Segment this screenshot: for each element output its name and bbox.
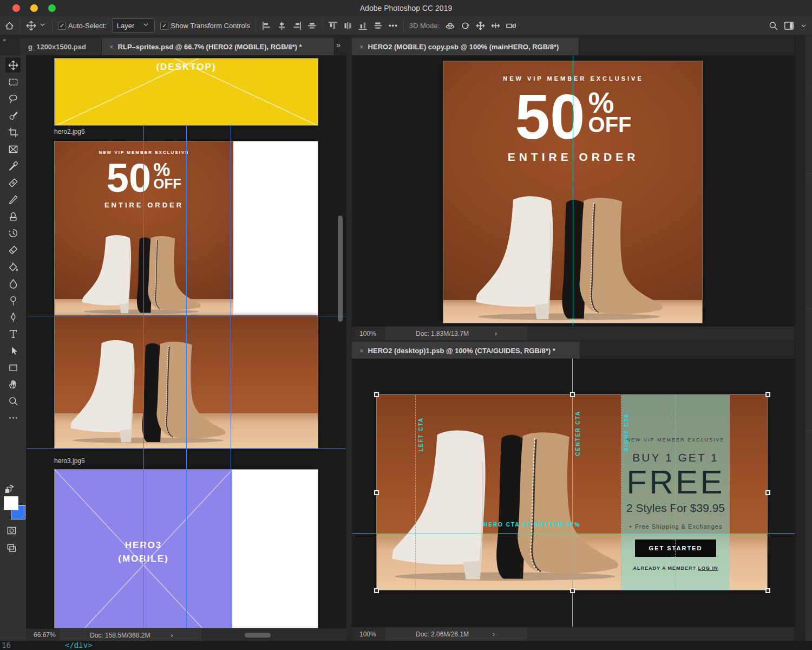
- left-document-canvas[interactable]: (DESKTOP) hero2.jpg6 NEW VIP MEMBER EXCL…: [26, 55, 346, 628]
- hand-tool[interactable]: [5, 376, 21, 392]
- quick-mask-icon[interactable]: [6, 525, 19, 538]
- move-icon: [26, 21, 36, 31]
- 3d-orbit-icon[interactable]: [445, 21, 455, 31]
- status-arrow-icon[interactable]: ›: [495, 330, 497, 337]
- blur-tool[interactable]: [5, 276, 21, 291]
- 3d-mode-icons-group: [445, 21, 516, 31]
- quick-selection-tool[interactable]: [5, 108, 21, 123]
- move-tool-preset[interactable]: [26, 21, 47, 31]
- align-left-edges-icon[interactable]: [261, 21, 272, 31]
- transform-handle-bottom-center[interactable]: [570, 588, 575, 593]
- auto-select-label: Auto-Select:: [68, 22, 107, 30]
- rectangle-tool[interactable]: [5, 360, 21, 375]
- zoom-level-field[interactable]: 100%: [359, 330, 376, 337]
- close-icon[interactable]: ×: [359, 43, 364, 51]
- auto-select-dropdown[interactable]: Layer: [112, 18, 155, 32]
- distribute-vertical-centers-icon[interactable]: [373, 21, 383, 31]
- guide-vertical-center: [573, 55, 573, 326]
- cta-eyebrow: NEW VIP MEMBER EXCLUSIVE: [627, 437, 725, 443]
- lasso-tool[interactable]: [5, 91, 21, 106]
- 3d-slide-icon[interactable]: [490, 21, 501, 31]
- paint-bucket-tool[interactable]: [5, 259, 21, 274]
- sprite-white-area: [233, 141, 318, 316]
- top-right-document-canvas[interactable]: NEW VIP MEMBER EXCLUSIVE 50 % OFF ENTIRE…: [352, 55, 795, 326]
- transform-handle-bottom-left[interactable]: [374, 588, 379, 593]
- edit-toolbar-tool[interactable]: [5, 410, 21, 425]
- sprite-label-hero2: hero2.jpg6: [54, 128, 85, 135]
- show-transform-checkbox[interactable]: ✓ Show Transform Controls: [160, 22, 250, 30]
- document-tab-strip: » g_1200x1500.psd × RLP–sprites.psd @ 66…: [0, 35, 812, 56]
- pen-tool[interactable]: [5, 309, 21, 324]
- transform-handle-top-right[interactable]: [765, 392, 770, 397]
- foreground-color-swatch[interactable]: [4, 496, 18, 510]
- home-icon[interactable]: [4, 21, 15, 31]
- tab-overflow-left[interactable]: »: [3, 36, 6, 43]
- transform-handle-top-center[interactable]: [570, 392, 575, 397]
- close-icon[interactable]: ×: [359, 347, 364, 355]
- more-options-button[interactable]: •••: [389, 22, 398, 30]
- pane-divider[interactable]: [346, 35, 352, 641]
- screen-mode-icon[interactable]: [6, 543, 19, 556]
- search-icon[interactable]: [768, 21, 778, 31]
- frame-tool[interactable]: [5, 141, 21, 157]
- spot-healing-brush-tool[interactable]: [5, 175, 21, 190]
- collapsed-panel-dock[interactable]: [806, 35, 812, 641]
- close-icon[interactable]: ×: [109, 43, 114, 51]
- tab-label: HERO2 (MOBILE) copy.psb @ 100% (mainHERO…: [368, 43, 559, 51]
- 3d-dolly-icon[interactable]: [506, 21, 516, 31]
- tab-label: RLP–sprites.psd @ 66.7% (HERO2 (MOBILE),…: [118, 43, 302, 51]
- clone-stamp-tool[interactable]: [5, 209, 21, 224]
- checkbox-checked-icon: ✓: [160, 22, 168, 30]
- transform-handle-bottom-right[interactable]: [765, 588, 770, 593]
- history-brush-tool[interactable]: [5, 225, 21, 240]
- tab-doc1[interactable]: g_1200x1500.psd: [21, 38, 102, 55]
- brush-tool[interactable]: [5, 192, 21, 207]
- chevron-down-icon[interactable]: [800, 22, 808, 30]
- ad-percent: %: [588, 90, 614, 115]
- move-tool[interactable]: [5, 57, 21, 73]
- 3d-mode-label: 3D Mode:: [409, 22, 440, 30]
- align-right-edges-icon[interactable]: [292, 21, 302, 31]
- transform-handle-mid-right[interactable]: [765, 490, 770, 495]
- hero2-desktop-placeholder[interactable]: (DESKTOP): [54, 58, 318, 126]
- tab-overflow-right[interactable]: »: [336, 40, 340, 49]
- tab-doc2-active[interactable]: × RLP–sprites.psd @ 66.7% (HERO2 (MOBILE…: [102, 38, 335, 55]
- tab-doc4-active[interactable]: × HERO2 (desktop)1.psb @ 100% (CTA/GUIDE…: [352, 342, 580, 359]
- align-top-edges-icon[interactable]: [328, 21, 338, 31]
- 3d-roll-icon[interactable]: [460, 21, 470, 31]
- doc-size-field[interactable]: Doc: 2.06M/26.1M ›: [385, 627, 527, 641]
- crop-tool[interactable]: [5, 125, 21, 140]
- horizontal-scrollbar[interactable]: [245, 633, 271, 638]
- right-scrollbar-track[interactable]: [795, 35, 806, 641]
- rectangular-marquee-tool[interactable]: [5, 74, 21, 89]
- doc-size-field[interactable]: Doc: 1.83M/13.7M ›: [385, 327, 527, 341]
- workspace-switcher-icon[interactable]: [784, 21, 794, 31]
- eraser-tool[interactable]: [5, 242, 21, 257]
- status-arrow-icon[interactable]: ›: [171, 632, 173, 639]
- status-arrow-icon[interactable]: ›: [493, 630, 495, 638]
- default-colors-icon[interactable]: [4, 484, 16, 496]
- doc-size-field[interactable]: Doc: 158.5M/368.2M ›: [60, 629, 201, 641]
- zoom-level-field[interactable]: 66.67%: [34, 631, 56, 639]
- auto-select-checkbox[interactable]: ✓ Auto-Select:: [58, 22, 107, 30]
- align-centers-row-icon[interactable]: [307, 21, 317, 31]
- bottom-right-document-canvas[interactable]: NEW VIP MEMBER EXCLUSIVE BUY 1 GET 1 FRE…: [352, 359, 795, 627]
- dodge-tool[interactable]: [5, 292, 21, 308]
- 3d-pan-icon[interactable]: [475, 21, 486, 31]
- align-bottom-edges-icon[interactable]: [358, 21, 368, 31]
- distribute-horizontal-centers-icon[interactable]: [343, 21, 353, 31]
- type-tool[interactable]: [5, 326, 21, 341]
- guide-vertical: [231, 125, 231, 628]
- align-horizontal-centers-icon[interactable]: [277, 21, 287, 31]
- eyedropper-tool[interactable]: [5, 158, 21, 173]
- tab-doc3-active[interactable]: × HERO2 (MOBILE) copy.psb @ 100% (mainHE…: [352, 38, 579, 55]
- transform-handle-top-left[interactable]: [374, 392, 379, 397]
- path-selection-tool[interactable]: [5, 343, 21, 358]
- transform-handle-mid-left[interactable]: [374, 490, 379, 495]
- vertical-scrollbar[interactable]: [338, 216, 343, 322]
- log-in-link[interactable]: LOG IN: [698, 566, 718, 571]
- code-line-number: 16: [2, 641, 11, 649]
- guide-vertical-center: [572, 359, 573, 627]
- zoom-level-field[interactable]: 100%: [359, 630, 376, 638]
- zoom-tool-tool[interactable]: [5, 393, 21, 408]
